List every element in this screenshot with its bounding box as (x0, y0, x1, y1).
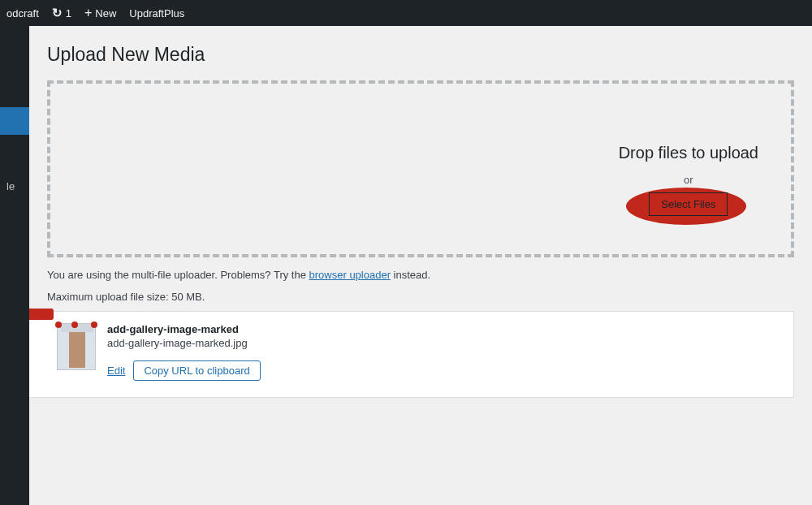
admin-bar: odcraft 1 New UpdraftPlus (0, 0, 812, 26)
updates-count: 1 (66, 7, 71, 19)
updraft-label: UpdraftPlus (129, 7, 184, 19)
admin-bar-updates[interactable]: 1 (52, 6, 71, 20)
annotation-dot (91, 322, 97, 328)
uploaded-media-item: add-gallery-image-marked add-gallery-ima… (29, 311, 794, 398)
site-name: odcraft (6, 7, 39, 19)
refresh-icon (52, 6, 63, 20)
media-filename: add-gallery-image-marked.jpg (107, 337, 261, 349)
sidebar-item-media[interactable] (0, 107, 29, 135)
sidebar-item-label: le (6, 180, 15, 192)
thumbnail-image (57, 323, 96, 370)
admin-sidebar: le (0, 26, 29, 505)
uploader-help: You are using the multi-file uploader. P… (47, 269, 794, 281)
sidebar-item-le[interactable]: le (0, 172, 29, 200)
admin-bar-new[interactable]: New (84, 6, 116, 20)
plus-icon (84, 6, 92, 20)
annotation-dot (71, 322, 78, 328)
drop-instruction: Drop files to upload (619, 144, 758, 162)
edit-media-link[interactable]: Edit (107, 365, 125, 377)
select-files-button[interactable]: Select Files (649, 192, 728, 216)
help-suffix: instead. (391, 269, 430, 281)
upload-dropzone[interactable]: Drop files to upload or Select Files (47, 80, 794, 257)
admin-bar-updraft[interactable]: UpdraftPlus (129, 7, 184, 19)
browser-uploader-link[interactable]: browser uploader (309, 269, 391, 281)
admin-bar-site[interactable]: odcraft (6, 7, 39, 19)
new-label: New (95, 7, 116, 19)
help-prefix: You are using the multi-file uploader. P… (47, 269, 309, 281)
max-upload-size: Maximum upload file size: 50 MB. (47, 291, 794, 303)
copy-url-button[interactable]: Copy URL to clipboard (133, 360, 260, 381)
content-area: Upload New Media Drop files to upload or… (29, 26, 812, 505)
annotation-tab (29, 309, 54, 320)
drop-or: or (619, 174, 758, 186)
page-title: Upload New Media (47, 44, 794, 66)
annotation-dot (55, 322, 62, 328)
media-thumbnail[interactable] (57, 323, 96, 370)
media-title: add-gallery-image-marked (107, 323, 261, 335)
